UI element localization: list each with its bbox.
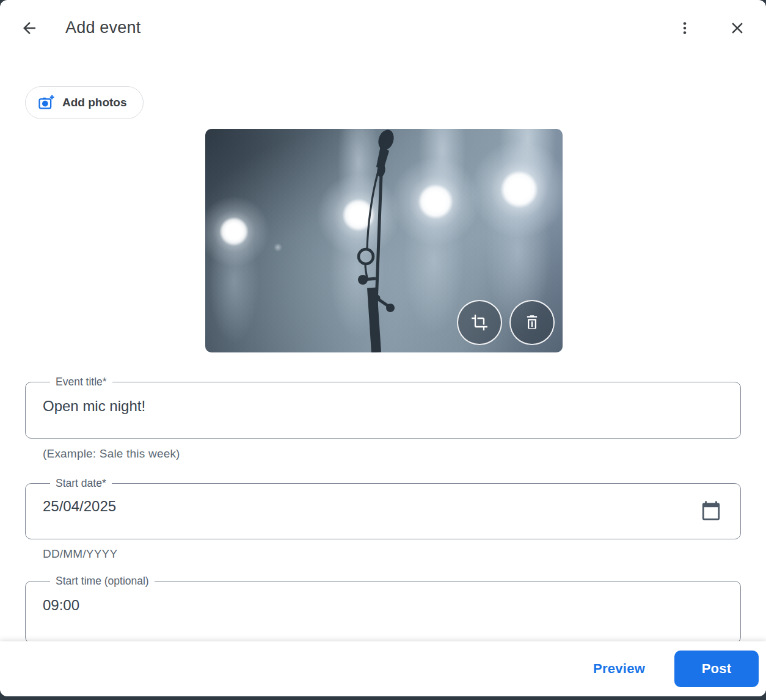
post-button[interactable]: Post (674, 651, 759, 687)
close-icon (728, 19, 746, 37)
start-date-label: Start date* (50, 477, 112, 489)
crop-photo-button[interactable] (457, 300, 502, 345)
dialog-footer: Preview Post (0, 641, 766, 696)
start-date-field: Start date* (25, 477, 741, 539)
start-time-label: Start time (optional) (50, 575, 155, 587)
add-photos-label: Add photos (62, 96, 127, 109)
add-event-dialog: Add event Add photos (0, 0, 766, 696)
event-title-label: Event title* (50, 376, 112, 388)
preview-button[interactable]: Preview (578, 655, 660, 683)
page-title: Add event (65, 18, 140, 37)
delete-photo-button[interactable] (509, 300, 555, 345)
event-title-helper: (Example: Sale this week) (43, 447, 180, 461)
dialog-header: Add event (0, 0, 766, 56)
trash-icon (523, 314, 541, 331)
more-options-button[interactable] (670, 13, 699, 43)
microphone-stand-silhouette (205, 129, 563, 352)
start-time-input[interactable] (43, 597, 728, 614)
calendar-icon (701, 500, 721, 521)
close-button[interactable] (723, 13, 752, 43)
start-time-field: Start time (optional) (25, 575, 741, 643)
back-button[interactable] (15, 13, 44, 43)
arrow-back-icon (20, 19, 38, 37)
event-photo (205, 129, 563, 352)
kebab-menu-icon (677, 20, 693, 36)
open-date-picker-button[interactable] (695, 495, 727, 527)
event-title-field: Event title* (25, 376, 741, 439)
add-photo-icon (38, 95, 54, 111)
start-date-helper: DD/MM/YYYY (43, 547, 117, 561)
event-title-input[interactable] (43, 398, 728, 415)
crop-icon (471, 314, 488, 331)
add-photos-button[interactable]: Add photos (25, 86, 144, 119)
start-date-input[interactable] (43, 498, 691, 515)
